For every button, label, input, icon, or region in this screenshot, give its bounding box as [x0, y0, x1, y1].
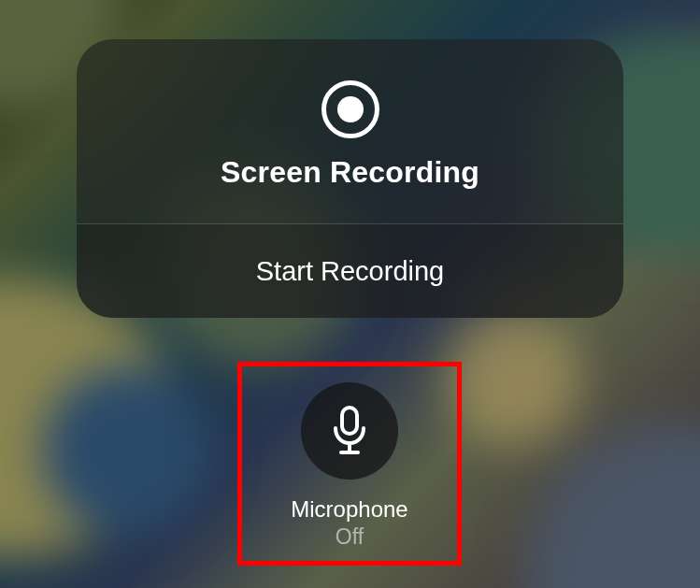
microphone-status: Off: [336, 524, 364, 550]
microphone-icon: [330, 406, 369, 456]
start-recording-button[interactable]: Start Recording: [77, 224, 623, 318]
microphone-button-circle: [301, 382, 398, 480]
microphone-toggle[interactable]: Microphone Off: [237, 362, 462, 566]
record-icon: [321, 80, 379, 138]
screen-recording-panel: Screen Recording Start Recording: [77, 39, 623, 318]
svg-rect-0: [342, 408, 357, 434]
start-recording-label: Start Recording: [256, 256, 445, 287]
panel-title: Screen Recording: [221, 155, 479, 190]
microphone-label: Microphone: [291, 496, 407, 523]
panel-header: Screen Recording: [77, 39, 623, 223]
